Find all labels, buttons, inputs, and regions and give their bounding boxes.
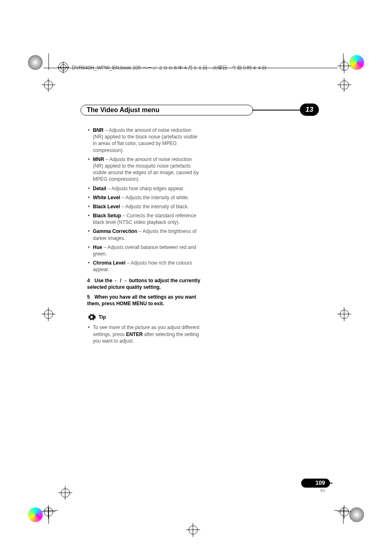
item-text: – Adjusts the intensity of black. bbox=[120, 204, 189, 210]
item-label: Detail bbox=[93, 186, 106, 191]
list-item: Chroma Level – Adjusts how rich the colo… bbox=[87, 260, 201, 273]
registration-mark bbox=[340, 507, 349, 516]
header-file-info: DVR640H_WPW_EN.book 109 ページ ２００６年４月１１日 火… bbox=[72, 64, 267, 71]
step-4: 4Use the ← / → buttons to adjust the cur… bbox=[87, 277, 201, 290]
tip-heading: Tip bbox=[87, 313, 201, 322]
step-text: When you have all the settings as you wa… bbox=[87, 294, 196, 306]
chapter-heading: The Video Adjust menu 13 bbox=[81, 105, 319, 115]
list-item: MNR – Adjusts the amount of noise reduct… bbox=[87, 156, 201, 183]
list-item: To see more of the picture as you adjust… bbox=[87, 324, 201, 344]
crop-line bbox=[48, 507, 49, 524]
registration-mark bbox=[61, 488, 70, 497]
page-language: En bbox=[321, 488, 325, 493]
chapter-number-badge: 13 bbox=[300, 104, 319, 116]
item-label: Gamma Correction bbox=[93, 228, 137, 234]
gear-icon bbox=[87, 313, 96, 322]
list-item: Black Setup – Corrects the standard refe… bbox=[87, 212, 201, 226]
list-item: Hue – Adjusts overall balance between re… bbox=[87, 244, 201, 257]
step-text: Use the bbox=[95, 278, 114, 283]
arrow-left-right-icon: ← / → bbox=[114, 278, 128, 283]
item-text: – Adjusts overall balance between red an… bbox=[93, 244, 196, 257]
crop-line bbox=[343, 53, 344, 70]
item-label: Hue bbox=[93, 244, 102, 250]
page-number-badge: 109 En bbox=[301, 479, 332, 490]
crop-line bbox=[343, 507, 344, 524]
crop-line bbox=[48, 53, 49, 70]
book-icon bbox=[58, 62, 69, 73]
step-5: 5When you have all the settings as you w… bbox=[87, 294, 201, 307]
chapter-rule bbox=[252, 110, 301, 111]
list-item: Black Level – Adjusts the intensity of b… bbox=[87, 203, 201, 210]
settings-list: BNR – Adjusts the amount of noise reduct… bbox=[87, 127, 201, 273]
main-content: BNR – Adjusts the amount of noise reduct… bbox=[87, 127, 201, 348]
list-item: Detail – Adjusts how sharp edges appear. bbox=[87, 185, 201, 192]
tip-label: Tip bbox=[99, 314, 106, 320]
registration-mark bbox=[189, 525, 198, 534]
list-item: White Level – Adjusts the intensity of w… bbox=[87, 194, 201, 201]
registration-mark bbox=[44, 310, 53, 319]
list-item: BNR – Adjusts the amount of noise reduct… bbox=[87, 127, 201, 154]
item-text: – Adjusts the amount of noise reduction … bbox=[93, 157, 199, 182]
chapter-title-pill: The Video Adjust menu bbox=[81, 105, 253, 115]
item-text: – Adjusts the intensity of white. bbox=[120, 195, 189, 200]
item-label: MNR bbox=[93, 157, 104, 162]
registration-mark bbox=[44, 81, 53, 90]
item-label: Black Setup bbox=[93, 213, 121, 219]
registration-mark bbox=[340, 81, 349, 90]
chapter-title: The Video Adjust menu bbox=[87, 106, 159, 114]
crop-line bbox=[334, 510, 348, 511]
step-number: 5 bbox=[87, 294, 95, 300]
item-text: – Adjusts how sharp edges appear. bbox=[106, 186, 184, 191]
tip-list: To see more of the picture as you adjust… bbox=[87, 324, 201, 344]
page-number: 109 bbox=[316, 479, 325, 486]
tip-key: ENTER bbox=[126, 332, 143, 337]
item-label: Chroma Level bbox=[93, 260, 125, 266]
step-number: 4 bbox=[87, 277, 95, 284]
item-label: Black Level bbox=[93, 204, 120, 210]
color-swatch-br bbox=[349, 507, 364, 522]
chapter-number: 13 bbox=[306, 106, 314, 114]
registration-mark bbox=[340, 310, 349, 319]
crop-line bbox=[44, 510, 58, 511]
item-label: BNR bbox=[93, 127, 104, 133]
list-item: Gamma Correction – Adjusts the brightnes… bbox=[87, 228, 201, 241]
color-swatch-bl bbox=[28, 507, 43, 522]
svg-point-4 bbox=[90, 316, 93, 318]
registration-mark bbox=[340, 62, 349, 71]
color-swatch-tr bbox=[349, 55, 364, 70]
item-text: – Adjusts the amount of noise reduction … bbox=[93, 127, 197, 153]
color-swatch-tl bbox=[28, 55, 43, 70]
item-label: White Level bbox=[93, 195, 120, 200]
